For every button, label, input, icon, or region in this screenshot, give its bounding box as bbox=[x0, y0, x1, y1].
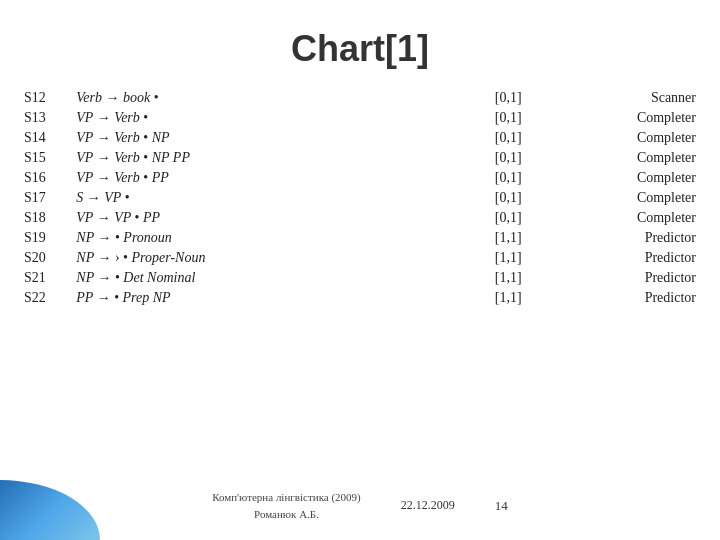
row-type: Completer bbox=[569, 208, 700, 228]
row-type: Predictor bbox=[569, 228, 700, 248]
row-id: S17 bbox=[20, 188, 72, 208]
table-row: S20NP → › • Proper-Noun[1,1]Predictor bbox=[20, 248, 700, 268]
table-row: S14VP → Verb • NP[0,1]Completer bbox=[20, 128, 700, 148]
row-range: [0,1] bbox=[491, 208, 569, 228]
row-id: S19 bbox=[20, 228, 72, 248]
row-range: [0,1] bbox=[491, 148, 569, 168]
row-range: [0,1] bbox=[491, 188, 569, 208]
row-rule: VP → VP • PP bbox=[72, 208, 490, 228]
footer-author: Романюк А.Б. bbox=[212, 506, 361, 523]
row-id: S20 bbox=[20, 248, 72, 268]
row-type: Completer bbox=[569, 128, 700, 148]
table-row: S16VP → Verb • PP[0,1]Completer bbox=[20, 168, 700, 188]
row-rule: VP → Verb • NP bbox=[72, 128, 490, 148]
row-type: Completer bbox=[569, 148, 700, 168]
table-row: S12Verb → book • [0,1]Scanner bbox=[20, 88, 700, 108]
row-id: S16 bbox=[20, 168, 72, 188]
row-rule: NP → • Pronoun bbox=[72, 228, 490, 248]
row-type: Completer bbox=[569, 168, 700, 188]
row-id: S15 bbox=[20, 148, 72, 168]
footer: Комп'ютерна лінгвістика (2009) Романюк А… bbox=[0, 489, 720, 522]
row-range: [1,1] bbox=[491, 248, 569, 268]
row-type: Scanner bbox=[569, 88, 700, 108]
row-range: [1,1] bbox=[491, 268, 569, 288]
chart-table: S12Verb → book • [0,1]ScannerS13VP → Ver… bbox=[20, 88, 700, 308]
table-row: S17S → VP • [0,1]Completer bbox=[20, 188, 700, 208]
table-row: S15VP → Verb • NP PP[0,1]Completer bbox=[20, 148, 700, 168]
footer-date: 22.12.2009 bbox=[401, 498, 455, 513]
row-rule: VP → Verb • bbox=[72, 108, 490, 128]
row-id: S18 bbox=[20, 208, 72, 228]
row-type: Predictor bbox=[569, 248, 700, 268]
row-type: Predictor bbox=[569, 288, 700, 308]
table-row: S22PP → • Prep NP[1,1]Predictor bbox=[20, 288, 700, 308]
row-range: [0,1] bbox=[491, 168, 569, 188]
footer-page: 14 bbox=[495, 498, 508, 514]
row-id: S22 bbox=[20, 288, 72, 308]
row-id: S14 bbox=[20, 128, 72, 148]
row-type: Completer bbox=[569, 188, 700, 208]
row-id: S13 bbox=[20, 108, 72, 128]
row-rule: VP → Verb • NP PP bbox=[72, 148, 490, 168]
row-rule: S → VP • bbox=[72, 188, 490, 208]
slide: Chart[1] S12Verb → book • [0,1]ScannerS1… bbox=[0, 0, 720, 540]
slide-title: Chart[1] bbox=[0, 0, 720, 88]
row-id: S21 bbox=[20, 268, 72, 288]
row-rule: NP → • Det Nominal bbox=[72, 268, 490, 288]
table-row: S13VP → Verb • [0,1]Completer bbox=[20, 108, 700, 128]
footer-credits: Комп'ютерна лінгвістика (2009) Романюк А… bbox=[212, 489, 361, 522]
row-range: [0,1] bbox=[491, 108, 569, 128]
row-range: [1,1] bbox=[491, 228, 569, 248]
table-row: S21NP → • Det Nominal[1,1]Predictor bbox=[20, 268, 700, 288]
table-row: S18VP → VP • PP[0,1]Completer bbox=[20, 208, 700, 228]
row-rule: VP → Verb • PP bbox=[72, 168, 490, 188]
row-rule: Verb → book • bbox=[72, 88, 490, 108]
row-range: [0,1] bbox=[491, 88, 569, 108]
row-range: [1,1] bbox=[491, 288, 569, 308]
footer-course: Комп'ютерна лінгвістика (2009) bbox=[212, 489, 361, 506]
row-id: S12 bbox=[20, 88, 72, 108]
table-row: S19NP → • Pronoun[1,1]Predictor bbox=[20, 228, 700, 248]
row-range: [0,1] bbox=[491, 128, 569, 148]
row-rule: NP → › • Proper-Noun bbox=[72, 248, 490, 268]
row-rule: PP → • Prep NP bbox=[72, 288, 490, 308]
row-type: Completer bbox=[569, 108, 700, 128]
row-type: Predictor bbox=[569, 268, 700, 288]
